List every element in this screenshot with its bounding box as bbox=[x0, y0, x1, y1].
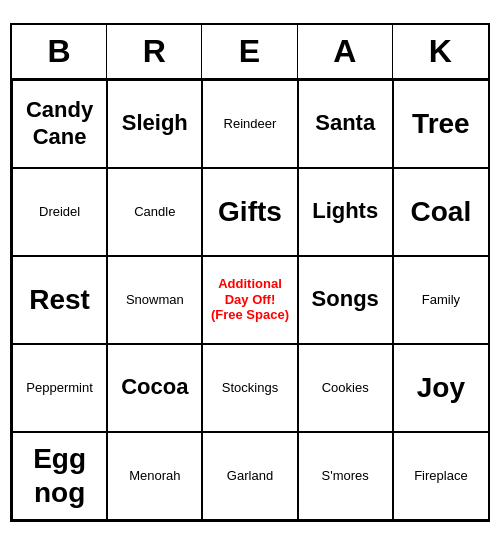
cell-1-0: Dreidel bbox=[12, 168, 107, 256]
cell-3-1: Cocoa bbox=[107, 344, 202, 432]
bingo-grid: Candy CaneSleighReindeerSantaTreeDreidel… bbox=[12, 80, 488, 520]
cell-1-3: Lights bbox=[298, 168, 393, 256]
header-letter-a: A bbox=[298, 25, 393, 78]
cell-0-2: Reindeer bbox=[202, 80, 297, 168]
cell-1-1: Candle bbox=[107, 168, 202, 256]
cell-2-1: Snowman bbox=[107, 256, 202, 344]
cell-4-1: Menorah bbox=[107, 432, 202, 520]
header-row: BREAK bbox=[12, 25, 488, 80]
header-letter-k: K bbox=[393, 25, 488, 78]
header-letter-e: E bbox=[202, 25, 297, 78]
cell-3-2: Stockings bbox=[202, 344, 297, 432]
cell-3-0: Peppermint bbox=[12, 344, 107, 432]
cell-4-3: S'mores bbox=[298, 432, 393, 520]
cell-2-2: Additional Day Off! (Free Space) bbox=[202, 256, 297, 344]
header-letter-b: B bbox=[12, 25, 107, 78]
cell-0-1: Sleigh bbox=[107, 80, 202, 168]
cell-2-3: Songs bbox=[298, 256, 393, 344]
cell-0-4: Tree bbox=[393, 80, 488, 168]
cell-1-2: Gifts bbox=[202, 168, 297, 256]
cell-3-3: Cookies bbox=[298, 344, 393, 432]
cell-4-4: Fireplace bbox=[393, 432, 488, 520]
header-letter-r: R bbox=[107, 25, 202, 78]
cell-4-0: Egg nog bbox=[12, 432, 107, 520]
cell-1-4: Coal bbox=[393, 168, 488, 256]
cell-4-2: Garland bbox=[202, 432, 297, 520]
cell-2-4: Family bbox=[393, 256, 488, 344]
bingo-card: BREAK Candy CaneSleighReindeerSantaTreeD… bbox=[10, 23, 490, 522]
cell-2-0: Rest bbox=[12, 256, 107, 344]
cell-0-3: Santa bbox=[298, 80, 393, 168]
cell-3-4: Joy bbox=[393, 344, 488, 432]
cell-0-0: Candy Cane bbox=[12, 80, 107, 168]
